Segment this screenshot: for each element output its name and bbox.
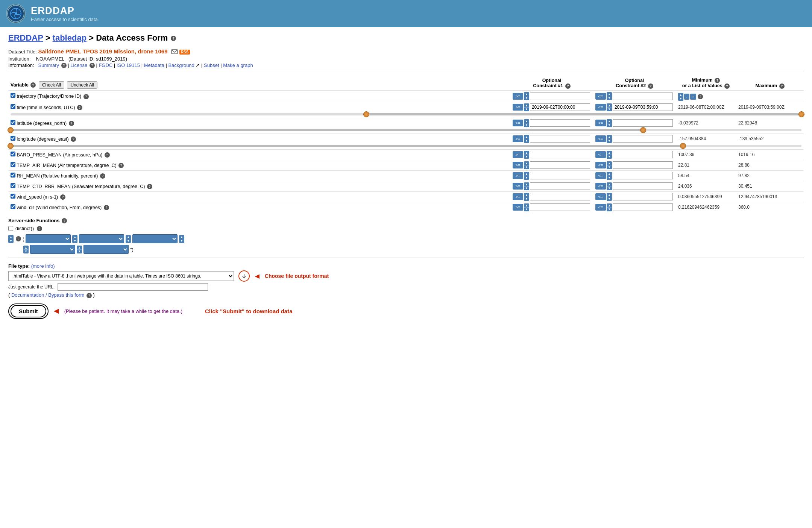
op1-spinner-3[interactable]: ▲▼ — [524, 135, 529, 143]
constraint1-help-icon[interactable]: ? — [565, 83, 571, 89]
check-all-button[interactable]: Check All — [39, 81, 64, 89]
plus-btn-0[interactable]: + — [690, 94, 696, 100]
constraint1-input-2[interactable] — [530, 119, 590, 127]
url-input[interactable] — [58, 283, 208, 291]
var-help-3[interactable]: ? — [71, 137, 76, 142]
var-checkbox-6[interactable] — [11, 173, 15, 178]
op1-spinner-7[interactable]: ▲▼ — [524, 182, 529, 190]
orderby-spinner2[interactable]: ▲▼ — [72, 235, 77, 243]
op1-spinner-8[interactable]: ▲▼ — [524, 193, 529, 201]
op1-spinner-5[interactable]: ▲▼ — [524, 161, 529, 169]
page-title-help-icon[interactable]: ? — [171, 36, 176, 41]
orderby-select2[interactable] — [79, 234, 124, 243]
fgdc-link[interactable]: FGDC — [99, 62, 112, 68]
orderby-select1[interactable] — [26, 234, 71, 243]
metadata-link[interactable]: Metadata — [144, 62, 164, 68]
distinct-help-icon[interactable]: ? — [37, 226, 42, 231]
slider-thumb-right-2[interactable] — [640, 127, 646, 133]
orderby-help-icon[interactable]: ? — [16, 236, 21, 241]
constraint1-input-7[interactable] — [530, 182, 590, 190]
make-graph-link[interactable]: Make a graph — [223, 62, 253, 68]
op1-spinner-4[interactable]: ▲▼ — [524, 151, 529, 159]
constraint1-input-6[interactable] — [530, 172, 590, 179]
var-checkbox-0[interactable] — [11, 93, 15, 98]
slider-thumb-left-1[interactable] — [363, 111, 369, 117]
var-help-7[interactable]: ? — [147, 184, 152, 189]
uncheck-all-button[interactable]: Uncheck All — [67, 81, 97, 89]
orderby-spinner3[interactable]: ▲▼ — [126, 235, 131, 243]
distinct-checkbox[interactable] — [8, 226, 13, 231]
slider-thumb-left-2[interactable] — [8, 127, 14, 133]
var-checkbox-5[interactable] — [11, 162, 15, 167]
var-help-4[interactable]: ? — [105, 152, 110, 158]
op1-spinner-9[interactable]: ▲▼ — [524, 203, 529, 211]
constraint2-input-9[interactable] — [613, 203, 673, 211]
orderby-select4[interactable] — [30, 245, 75, 254]
slider-thumb-left-3[interactable] — [8, 143, 14, 149]
op2-spinner-6[interactable]: ▲▼ — [607, 172, 612, 180]
variable-help-icon[interactable]: ? — [30, 82, 36, 88]
constraint2-input-6[interactable] — [613, 172, 673, 179]
constraint1-input-4[interactable] — [530, 151, 590, 158]
orderby-spinner6[interactable]: ▲▼ — [77, 246, 82, 253]
minus-btn-0[interactable]: - — [684, 94, 689, 100]
tabledap-breadcrumb-link[interactable]: tabledap — [53, 33, 87, 42]
var-checkbox-3[interactable] — [11, 136, 15, 141]
constraint2-input-8[interactable] — [613, 193, 673, 200]
constraint2-input-1[interactable] — [613, 103, 673, 111]
summary-link[interactable]: Summary — [38, 62, 59, 68]
op1-spinner-6[interactable]: ▲▼ — [524, 172, 529, 180]
submit-button[interactable]: Submit — [11, 305, 46, 317]
op2-spinner-4[interactable]: ▲▼ — [607, 151, 612, 159]
op2-spinner-2[interactable]: ▲▼ — [607, 119, 612, 127]
op2-spinner-1[interactable]: ▲▼ — [607, 103, 612, 111]
constraint2-input-3[interactable] — [613, 135, 673, 143]
var-help-1[interactable]: ? — [77, 105, 82, 110]
minimum-help-icon[interactable]: ? — [715, 78, 720, 83]
constraint2-input-5[interactable] — [613, 161, 673, 169]
doc-help-icon[interactable]: ? — [87, 293, 92, 298]
list-help-icon[interactable]: ? — [724, 83, 730, 89]
op2-spinner-8[interactable]: ▲▼ — [607, 193, 612, 201]
constraint1-input-1[interactable] — [530, 103, 590, 111]
orderby-select5[interactable] — [83, 245, 129, 254]
var-help-9[interactable]: ? — [104, 205, 109, 210]
constraint1-input-3[interactable] — [530, 135, 590, 143]
op2-spinner-5[interactable]: ▲▼ — [607, 161, 612, 169]
license-link[interactable]: License — [70, 62, 87, 68]
subset-link[interactable]: Subset — [204, 62, 219, 68]
documentation-link[interactable]: Documentation / Bypass this form — [11, 292, 84, 298]
summary-help-icon[interactable]: ? — [61, 63, 67, 68]
ssf-help-icon[interactable]: ? — [62, 218, 67, 223]
constraint1-input-8[interactable] — [530, 193, 590, 200]
var-help-6[interactable]: ? — [100, 173, 105, 179]
op2-spinner-0[interactable]: ▲▼ — [607, 92, 612, 100]
var-help-8[interactable]: ? — [60, 194, 65, 200]
orderby-spinner5[interactable]: ▲▼ — [23, 246, 29, 253]
constraint1-input-9[interactable] — [530, 203, 590, 211]
op1-spinner-2[interactable]: ▲▼ — [524, 119, 529, 127]
var-help-5[interactable]: ? — [118, 163, 124, 168]
min-spinner-0[interactable]: ▲▼ — [678, 93, 683, 101]
iso19115-link[interactable]: ISO 19115 — [117, 62, 140, 68]
var-checkbox-4[interactable] — [11, 152, 15, 156]
var-checkbox-1[interactable] — [11, 104, 15, 109]
op1-spinner-0[interactable]: ▲▼ — [524, 92, 529, 100]
op2-spinner-9[interactable]: ▲▼ — [607, 203, 612, 211]
orderby-spinner4[interactable]: ▲▼ — [179, 235, 184, 243]
op2-spinner-3[interactable]: ▲▼ — [607, 135, 612, 143]
slider-thumb-right-3[interactable] — [680, 143, 686, 149]
constraint2-input-4[interactable] — [613, 151, 673, 158]
var-checkbox-2[interactable] — [11, 120, 15, 125]
orderby-spinner1[interactable]: ▲▼ — [8, 235, 14, 243]
var-checkbox-9[interactable] — [11, 204, 15, 209]
slider-thumb-right-1[interactable] — [798, 111, 804, 117]
var-help-2[interactable]: ? — [69, 121, 74, 126]
filetype-select[interactable]: .htmlTable - View a UTF-8 .html web page… — [8, 271, 234, 281]
min-help-0[interactable]: ? — [698, 94, 703, 99]
orderby-select3[interactable] — [132, 234, 178, 243]
constraint1-input-5[interactable] — [530, 161, 590, 169]
var-checkbox-8[interactable] — [11, 194, 15, 199]
var-help-0[interactable]: ? — [83, 94, 89, 99]
more-info-link[interactable]: (more info) — [31, 263, 55, 269]
